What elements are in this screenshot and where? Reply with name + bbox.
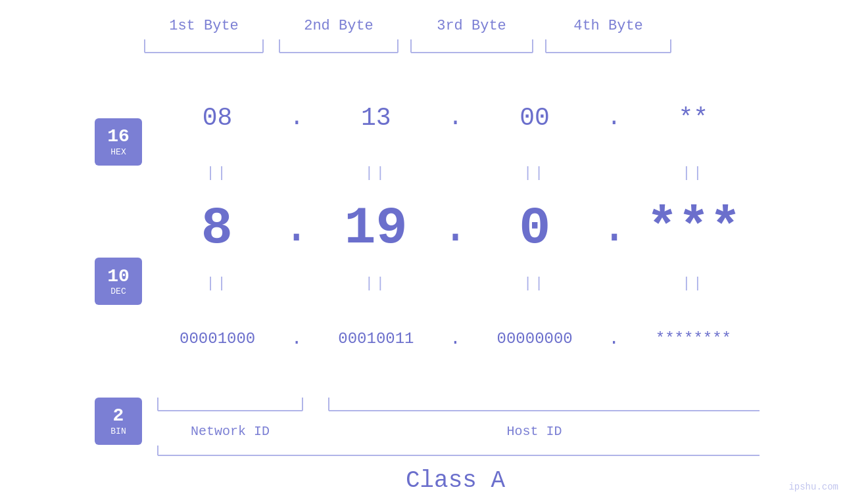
hex-byte3: 00 (469, 104, 601, 132)
bin-name: BIN (110, 426, 126, 436)
equals-row-1: || || || || (151, 163, 760, 183)
eq2-b3: || (469, 275, 601, 292)
ip-grid: 08 . 13 . 00 . ** || || || || 8 . (151, 59, 760, 504)
svg-text:4th Byte: 4th Byte (573, 18, 643, 34)
bin-number: 2 (113, 406, 124, 426)
bin-dot1: . (283, 329, 310, 349)
hex-byte2: 13 (310, 104, 442, 132)
svg-text:2nd Byte: 2nd Byte (304, 18, 374, 34)
hex-byte4: ** (627, 104, 760, 132)
dec-byte4: *** (628, 198, 760, 258)
dec-byte3: 0 (470, 198, 601, 258)
watermark: ipshu.com (788, 482, 838, 492)
full-bottom-bracket-svg (151, 442, 760, 462)
eq2-b4: || (627, 275, 760, 292)
dec-badge: 10 DEC (95, 258, 142, 305)
host-id-label: Host ID (309, 424, 760, 439)
eq1-b1: || (151, 165, 283, 181)
network-id-label: Network ID (151, 424, 309, 439)
dec-byte1: 8 (151, 198, 283, 258)
hex-number: 16 (107, 127, 130, 147)
hex-dot1: . (283, 104, 310, 131)
bin-byte3: 00000000 (469, 330, 601, 348)
dec-byte2: 19 (310, 198, 442, 258)
hex-dot3: . (601, 104, 627, 131)
main-container: 1st Byte 2nd Byte 3rd Byte 4th Byte 16 H… (0, 0, 845, 504)
svg-text:1st Byte: 1st Byte (169, 18, 239, 34)
hex-byte1: 08 (151, 104, 283, 132)
top-brackets-svg: 1st Byte 2nd Byte 3rd Byte 4th Byte (138, 7, 760, 59)
eq2-b2: || (310, 275, 442, 292)
dec-dot3: . (600, 202, 628, 254)
id-labels-row: Network ID Host ID (151, 424, 760, 442)
bin-dot2: . (443, 329, 469, 349)
bin-badge: 2 BIN (95, 398, 142, 445)
eq1-b4: || (627, 165, 760, 181)
svg-text:3rd Byte: 3rd Byte (437, 18, 506, 34)
equals-row-2: || || || || (151, 274, 760, 294)
bin-byte2: 00010011 (310, 330, 442, 348)
dec-row: 8 . 19 . 0 . *** (151, 183, 760, 273)
eq1-b2: || (310, 165, 442, 181)
hex-badge: 16 HEX (95, 118, 142, 166)
hex-dot2: . (443, 104, 469, 131)
bin-dot3: . (601, 329, 627, 349)
hex-name: HEX (110, 147, 126, 157)
eq1-b3: || (469, 165, 601, 181)
dec-name: DEC (110, 286, 126, 296)
eq2-b1: || (151, 275, 283, 292)
class-label: Class A (406, 467, 505, 494)
base-labels: 16 HEX 10 DEC 2 BIN (85, 59, 151, 504)
dec-dot1: . (283, 202, 310, 254)
bottom-brackets-svg (151, 391, 760, 424)
bin-row: 00001000 . 00010011 . 00000000 . *******… (151, 294, 760, 391)
bin-byte1: 00001000 (151, 330, 283, 348)
class-label-row: Class A (151, 462, 760, 504)
bin-byte4: ******** (627, 330, 760, 348)
dec-dot2: . (441, 202, 469, 254)
hex-row: 08 . 13 . 00 . ** (151, 59, 760, 163)
dec-number: 10 (107, 267, 130, 287)
